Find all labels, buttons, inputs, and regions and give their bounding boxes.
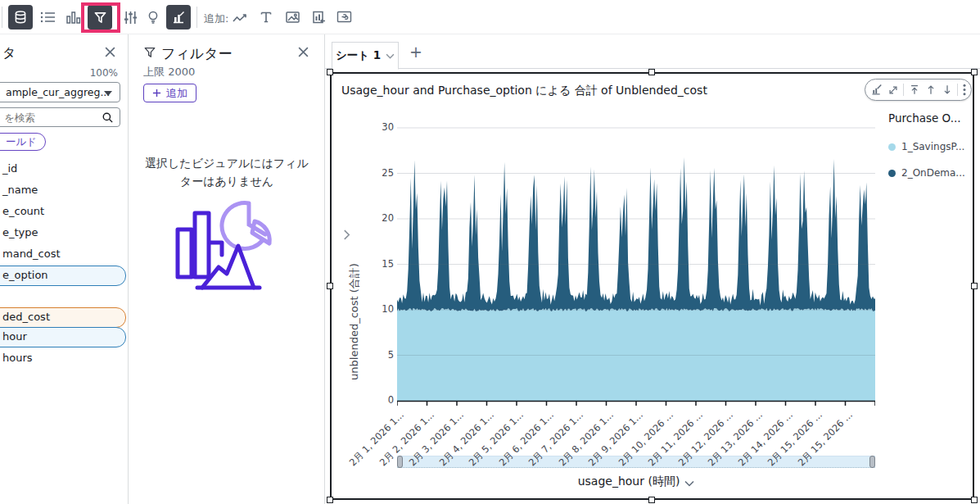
x-axis-title[interactable]: usage_hour (時間): [397, 474, 875, 489]
legend-item-label: 2_OnDema...: [901, 167, 965, 179]
resize-handle-nw[interactable]: [327, 69, 333, 75]
y-tick-label: 30: [335, 121, 394, 133]
field-item-label: _name: [2, 184, 38, 196]
y-tick-label: 5: [335, 349, 394, 361]
add-embed-button[interactable]: [336, 10, 352, 24]
field-item[interactable]: e_type: [0, 221, 129, 243]
dashboard-canvas[interactable]: Usage_hour and Purchase_option による 合計 of…: [325, 69, 980, 504]
filter-panel: フィルター 上限 2000 追加 選択したビジュアルにはフィルターはありません: [129, 34, 325, 504]
y-tick-label: 25: [335, 167, 394, 179]
field-item[interactable]: _id: [0, 157, 129, 179]
y-axis-label: unblended_cost (合計): [347, 199, 361, 445]
move-up-icon[interactable]: [925, 84, 937, 96]
legend-dot-icon: [888, 143, 896, 151]
field-type-chip[interactable]: ールド: [0, 133, 46, 151]
field-item[interactable]: ded_cost: [0, 307, 129, 326]
slider-handle-right[interactable]: [869, 456, 875, 468]
divider: [903, 84, 904, 96]
sheet-tab[interactable]: シート 1: [332, 42, 399, 70]
close-icon[interactable]: [297, 46, 309, 58]
visual-title: Usage_hour and Purchase_option による 合計 of…: [341, 84, 707, 98]
legend-item-label: 1_SavingsP...: [901, 141, 964, 152]
visual-types-button[interactable]: [65, 10, 82, 25]
legend-dot-icon: [888, 170, 896, 177]
field-item[interactable]: mand_cost: [0, 243, 129, 264]
add-line-visual-button[interactable]: [232, 11, 248, 25]
zoom-level: 100%: [90, 67, 118, 79]
chart-plot-area[interactable]: [397, 125, 875, 407]
resize-handle-sw[interactable]: [327, 497, 333, 503]
add-text-button[interactable]: [259, 10, 273, 25]
resize-handle-s[interactable]: [648, 497, 655, 503]
chevron-down-icon[interactable]: [386, 53, 395, 59]
area-chart-visual[interactable]: Usage_hour and Purchase_option による 合計 of…: [330, 72, 974, 500]
edit-chart-icon: [171, 10, 186, 25]
field-item[interactable]: e_option: [0, 266, 129, 284]
y-tick-label: 20: [335, 212, 394, 224]
field-item-label: _id: [2, 162, 17, 175]
slider-handle-left[interactable]: [397, 456, 403, 468]
dataset-dropdown[interactable]: ample_cur_aggreg...: [0, 82, 120, 102]
add-visual-button[interactable]: [310, 10, 326, 25]
add-filter-label: 追加: [166, 86, 187, 101]
filter-button[interactable]: [88, 5, 112, 30]
field-item-label: e_option: [2, 269, 48, 281]
field-item[interactable]: e_count: [0, 200, 129, 221]
y-tick-label: 10: [335, 303, 394, 315]
search-icon[interactable]: [102, 111, 114, 124]
chevron-down-icon: [104, 91, 112, 97]
field-search-input[interactable]: [4, 108, 94, 126]
x-axis-title-label: usage_hour (時間): [578, 474, 680, 488]
chart-shape: [397, 157, 875, 311]
field-item-label: e_type: [2, 226, 38, 238]
resize-handle-e[interactable]: [971, 283, 978, 289]
field-item-label: e_count: [2, 205, 44, 217]
y-tick-label: 0: [335, 394, 394, 406]
edit-visual-icon[interactable]: [870, 84, 883, 96]
visual-controls: [865, 79, 972, 101]
dataset-button[interactable]: [8, 5, 33, 30]
plus-icon: +: [409, 43, 422, 61]
field-item[interactable]: hour: [0, 327, 129, 346]
add-image-button[interactable]: [285, 10, 300, 25]
y-tick-label: 15: [335, 258, 394, 270]
field-item[interactable]: _name: [0, 179, 129, 200]
field-item-label: hours: [2, 352, 33, 364]
toolbar-divider: [2, 7, 2, 28]
resize-handle-n[interactable]: [648, 69, 655, 75]
resize-handle-ne[interactable]: [971, 69, 978, 75]
edit-visual-button[interactable]: [166, 5, 191, 30]
sheet-tab-label: シート 1: [336, 48, 381, 63]
add-section-label: 追加:: [204, 11, 228, 26]
resize-handle-se[interactable]: [971, 497, 978, 503]
insights-bulb-button[interactable]: [146, 10, 160, 25]
move-to-top-icon[interactable]: [909, 84, 920, 96]
field-list-button[interactable]: [40, 10, 56, 25]
dataset-dropdown-value: ample_cur_aggreg...: [6, 86, 110, 98]
sheet-area: シート 1 + Usage_hour and Purchase_option に…: [325, 34, 980, 504]
field-item[interactable]: hours: [0, 347, 129, 369]
resize-handle-w[interactable]: [327, 283, 333, 289]
divider: [957, 84, 958, 96]
add-filter-button[interactable]: 追加: [143, 84, 196, 102]
filter-panel-title: フィルター: [161, 44, 233, 63]
legend-item[interactable]: 1_SavingsP...: [888, 141, 964, 152]
field-type-chip-label: ールド: [6, 135, 37, 149]
sheet-tab-bar: シート 1 +: [325, 34, 980, 69]
legend-item[interactable]: 2_OnDema...: [888, 167, 965, 179]
move-down-icon[interactable]: [942, 84, 953, 96]
field-item-label: mand_cost: [2, 247, 61, 260]
parameters-button[interactable]: [123, 10, 138, 25]
add-sheet-button[interactable]: +: [405, 41, 427, 62]
filter-empty-message: 選択したビジュアルにはフィルターはありません: [145, 155, 309, 190]
chart-shape: [397, 401, 875, 406]
filter-icon: [93, 11, 107, 25]
legend-title: Purchase O...: [888, 111, 961, 125]
charts-illustration: [169, 197, 284, 293]
data-panel-title: タ: [2, 45, 16, 62]
plus-icon: [152, 89, 161, 98]
maximize-icon[interactable]: [887, 84, 899, 96]
kebab-menu-icon[interactable]: [963, 84, 966, 96]
close-icon[interactable]: [104, 46, 116, 58]
filter-limit-label: 上限 2000: [143, 65, 195, 79]
